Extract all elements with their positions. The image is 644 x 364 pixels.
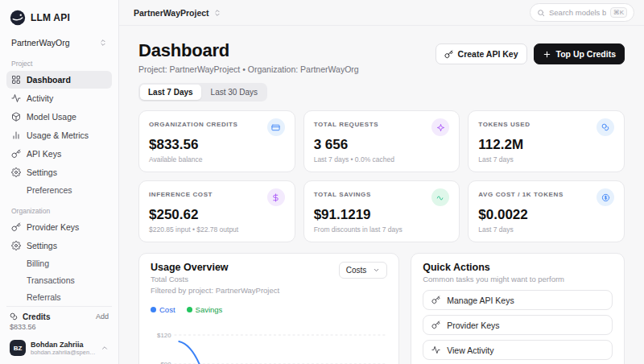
brand-logo-icon (10, 10, 26, 26)
credit-card-icon (267, 118, 285, 136)
sidebar-item-billing[interactable]: Billing (6, 255, 112, 271)
sidebar-item-usage-metrics[interactable]: Usage & Metrics (6, 126, 112, 144)
chevron-down-icon (373, 267, 380, 274)
org-selector-value: PartnerWayOrg (11, 38, 70, 48)
search-box[interactable]: ⌘K (530, 3, 634, 22)
section-label-organization: Organization (6, 199, 112, 218)
usage-overview-title: Usage Overview (151, 262, 229, 273)
stat-card-avg-cost: AVG COST / 1K TOKENS $0.0022 Last 7 days (468, 180, 625, 242)
activity-icon (431, 345, 440, 354)
stat-subtext: Last 7 days (478, 155, 614, 163)
search-input[interactable] (549, 8, 606, 17)
y-tick-120: $120 (157, 332, 171, 339)
stat-value: $250.62 (149, 207, 285, 223)
stat-subtext: $220.85 input • $22.78 output (149, 225, 285, 234)
cost-dot (151, 307, 156, 312)
stat-subtext: Available balance (149, 155, 285, 163)
sidebar-item-activity[interactable]: Activity (6, 89, 112, 107)
usage-overview-card: Usage Overview Total Costs Costs Filtere… (138, 253, 399, 364)
search-shortcut-badge: ⌘K (610, 7, 627, 18)
stat-card-total-requests: TOTAL REQUESTS 3 656 Last 7 days • 0.0% … (303, 110, 460, 172)
sidebar-item-api-keys[interactable]: API Keys (6, 145, 112, 163)
stat-value: 112.2M (478, 137, 614, 153)
usage-filter-note: Filtered by project: PartnerWayProject (151, 286, 387, 295)
quick-action-view-activity[interactable]: View Activity (423, 340, 613, 360)
quick-actions-title: Quick Actions (423, 262, 613, 273)
stat-value: $833.56 (149, 137, 285, 153)
chart-metric-select[interactable]: Costs (339, 262, 388, 279)
org-selector[interactable]: PartnerWayOrg (6, 34, 112, 52)
sidebar-item-preferences[interactable]: Preferences (6, 182, 112, 198)
sidebar-item-label: Dashboard (27, 75, 71, 85)
sidebar-item-transactions[interactable]: Transactions (6, 272, 112, 288)
sidebar-item-label: Settings (27, 241, 57, 250)
sidebar-item-provider-keys[interactable]: Provider Keys (6, 218, 112, 236)
search-icon (537, 9, 545, 17)
savings-dot (187, 307, 192, 312)
sidebar-item-label: Activity (27, 93, 53, 103)
page-content: Dashboard Project: PartnerWayProject • O… (119, 26, 644, 364)
key-icon (11, 222, 21, 232)
project-selector[interactable]: PartnerWayProject (129, 5, 226, 21)
brand: LLM API (6, 8, 112, 34)
stats-grid: ORGANIZATION CREDITS $833.56 Available b… (138, 110, 625, 242)
stat-value: 3 656 (314, 137, 450, 153)
user-name: Bohdan Zahriia (31, 341, 96, 349)
cost-line (179, 341, 215, 364)
chart-legend: Cost Savings (151, 305, 387, 314)
coins-icon (597, 118, 614, 136)
quick-actions-subtitle: Common tasks you might want to perform (423, 275, 613, 283)
user-menu[interactable]: BZ Bohdan Zahriia bohdan.zahriia@spendba… (6, 337, 112, 359)
activity-icon (11, 93, 21, 103)
quick-action-provider-keys[interactable]: Provider Keys (423, 315, 613, 335)
chevrons-up-down-icon (99, 39, 107, 47)
section-label-project: Project (6, 52, 112, 71)
sidebar-item-settings[interactable]: Settings (6, 163, 112, 181)
sidebar-item-label: Usage & Metrics (27, 130, 89, 140)
quick-actions-card: Quick Actions Common tasks you might wan… (411, 253, 625, 364)
app-root: LLM API PartnerWayOrg Project Dashboard … (0, 0, 644, 364)
credits-block: Credits $833.56 Add (6, 312, 112, 337)
y-tick-90: $90 (160, 361, 171, 364)
stat-subtext: Last 7 days (478, 225, 614, 234)
stat-card-tokens-used: TOKENS USED 112.2M Last 7 days (468, 110, 625, 172)
usage-chart: $120 $90 (151, 317, 387, 364)
sidebar-item-dashboard[interactable]: Dashboard (6, 71, 112, 89)
dollar-icon (267, 188, 285, 206)
create-api-key-button[interactable]: Create API Key (436, 43, 527, 64)
sidebar-footer: Credits $833.56 Add BZ Bohdan Zahriia bo… (6, 306, 112, 359)
sidebar-item-label: API Keys (27, 149, 61, 159)
sidebar-item-model-usage[interactable]: Model Usage (6, 108, 112, 126)
sidebar-item-label: Provider Keys (27, 222, 79, 232)
sidebar-item-referrals[interactable]: Referrals (6, 289, 112, 305)
key-icon (11, 149, 21, 159)
stat-value: $91.1219 (314, 207, 450, 223)
key-icon (431, 321, 440, 329)
quick-action-manage-api-keys[interactable]: Manage API Keys (423, 290, 613, 310)
stat-subtext: Last 7 days • 0.0% cached (314, 155, 450, 163)
bar-chart-icon (11, 130, 21, 140)
topbar: PartnerWayProject ⌘K (119, 0, 644, 26)
chevron-up-icon (101, 344, 109, 352)
project-selector-value: PartnerWayProject (134, 8, 209, 18)
add-credits-link[interactable]: Add (96, 312, 109, 321)
page-title: Dashboard (138, 40, 359, 61)
stat-card-total-savings: TOTAL SAVINGS $91.1219 From discounts in… (303, 180, 460, 242)
top-up-credits-button[interactable]: Top Up Credits (534, 43, 625, 64)
avatar: BZ (10, 340, 26, 356)
main-area: PartnerWayProject ⌘K Dashboard Project: … (119, 0, 644, 364)
tab-last-30-days[interactable]: Last 30 Days (203, 85, 266, 100)
stat-value: $0.0022 (478, 207, 614, 223)
sidebar-item-org-settings[interactable]: Settings (6, 237, 112, 254)
grid-icon (11, 75, 21, 85)
credits-label: Credits (23, 312, 50, 321)
page-actions: Create API Key Top Up Credits (436, 43, 625, 64)
quick-actions-list: Manage API Keys Provider Keys View Activ… (423, 290, 613, 364)
stat-subtext: From discounts in last 7 days (314, 225, 450, 234)
stat-card-inference-cost: INFERENCE COST $250.62 $220.85 input • $… (138, 180, 295, 242)
box-icon (11, 112, 21, 122)
circle-dollar-icon (597, 188, 614, 206)
tab-last-7-days[interactable]: Last 7 Days (140, 85, 201, 100)
sidebar-item-label: Model Usage (27, 112, 76, 122)
gear-icon (11, 241, 21, 250)
